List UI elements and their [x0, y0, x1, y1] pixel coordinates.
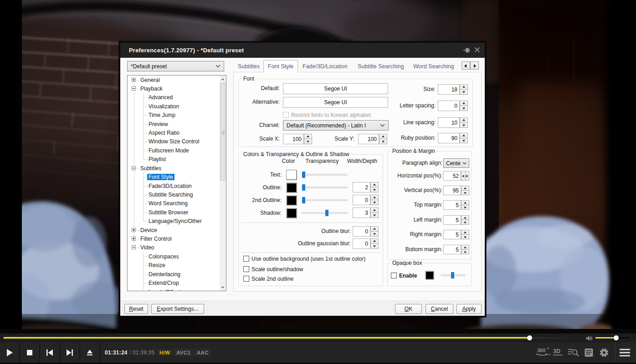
opaque-enable-checkbox[interactable]: Enable	[391, 272, 417, 279]
2nd-outline-width-input[interactable]: 0	[353, 195, 370, 205]
playlist-panel-icon[interactable]	[585, 349, 593, 357]
tree-scrollbar[interactable]	[220, 76, 226, 291]
tree-item-language-sync-other[interactable]: Language/Sync/Other	[149, 217, 202, 226]
restrict-korean-checkbox[interactable]: Restrict fonts to Korean alphabet	[283, 111, 371, 118]
ok-button[interactable]: OK	[395, 304, 422, 314]
outline-width-spinner[interactable]	[370, 182, 379, 192]
expand-icon[interactable]	[132, 228, 136, 232]
scale-x-spinner[interactable]	[304, 134, 312, 144]
scroll-up-button[interactable]	[220, 76, 226, 83]
outline-blur-spinner[interactable]	[370, 226, 379, 237]
scale-x-input[interactable]: 100	[283, 134, 304, 144]
preset-select[interactable]: *Default preset	[127, 61, 224, 71]
slider-thumb[interactable]	[325, 210, 328, 216]
next-button[interactable]	[60, 343, 79, 363]
scale-2nd-outline-checkbox[interactable]: Scale 2nd outline	[243, 275, 293, 282]
tree-item-advanced[interactable]: Advanced	[149, 93, 173, 102]
tree-item-subtitle-searching[interactable]: Subtitle Searching	[149, 191, 193, 199]
stop-button[interactable]	[20, 343, 39, 363]
tree-item-resize[interactable]: Resize	[149, 261, 165, 270]
menu-icon[interactable]	[620, 349, 630, 357]
horizontal-pos-input[interactable]: 52	[443, 171, 461, 181]
paragraph-align-select[interactable]: Cente	[443, 158, 469, 168]
dialog-titlebar[interactable]: Preferences(1.7.20977) - *Default preset	[120, 43, 485, 58]
collapse-icon[interactable]	[132, 86, 136, 91]
pin-icon[interactable]	[463, 47, 470, 53]
ruby-position-spinner[interactable]	[460, 133, 468, 143]
collapse-icon[interactable]	[132, 166, 136, 170]
seekbar[interactable]	[4, 337, 583, 339]
tab-subtitles[interactable]: Subtitles	[233, 61, 265, 72]
tree-item-subtitle-browser[interactable]: Subtitle Browser	[149, 208, 188, 217]
subtitle-search-icon[interactable]	[568, 347, 580, 358]
letter-spacing-input[interactable]: 0	[438, 101, 460, 111]
view-3d-icon[interactable]: 3D	[552, 347, 564, 358]
outline-transparency-slider[interactable]	[302, 182, 348, 192]
previous-button[interactable]	[40, 343, 59, 363]
volume-handle[interactable]	[614, 335, 619, 340]
volume-slider[interactable]	[595, 337, 630, 339]
collapse-icon[interactable]	[132, 245, 136, 249]
slider-thumb[interactable]	[302, 197, 305, 203]
export-settings-button[interactable]: Export Settings...	[151, 304, 204, 314]
outline-blur-input[interactable]: 0	[353, 226, 370, 237]
tree-item-window-size-control[interactable]: Window Size Control	[149, 137, 199, 146]
volume-icon[interactable]	[586, 335, 593, 341]
left-margin-input[interactable]: 5	[443, 215, 461, 225]
view-360-icon[interactable]: 360	[536, 347, 551, 359]
tree-item-fullscreen-mode[interactable]: Fullscreen Mode	[149, 147, 189, 155]
slider-thumb[interactable]	[302, 184, 305, 191]
size-input[interactable]: 18	[438, 84, 460, 95]
tab-fade-3d-location[interactable]: Fade/3D/Location	[297, 61, 353, 72]
top-margin-spinner[interactable]	[461, 200, 469, 210]
tree-item-extend-crop[interactable]: Extend/Crop	[149, 279, 179, 288]
left-margin-spinner[interactable]	[461, 215, 469, 225]
tree-item-playback[interactable]: Playback	[140, 85, 163, 93]
tree-item-general[interactable]: General	[140, 76, 160, 85]
tree-item-fade-3d-location[interactable]: Fade/3D/Location	[149, 182, 192, 191]
line-spacing-spinner[interactable]	[460, 117, 468, 128]
gaussian-blur-spinner[interactable]	[370, 238, 379, 249]
scale-outline-shadow-checkbox[interactable]: Scale outline/shadow	[243, 266, 303, 273]
tree-item-video[interactable]: Video	[140, 243, 154, 252]
play-button[interactable]	[0, 343, 19, 363]
2nd-outline-color-swatch[interactable]	[286, 195, 297, 205]
vertical-pos-input[interactable]: 95	[443, 186, 461, 195]
apply-button[interactable]: Apply	[456, 304, 482, 314]
tree-item-font-style[interactable]: Font Style	[149, 173, 174, 182]
bottom-margin-input[interactable]: 5	[443, 245, 461, 254]
tab-word-searching[interactable]: Word Searching	[408, 61, 459, 72]
bottom-margin-spinner[interactable]	[461, 245, 469, 254]
tree-item-playlist[interactable]: Playlist	[149, 155, 166, 164]
right-margin-input[interactable]: 5	[443, 230, 461, 239]
scroll-down-button[interactable]	[220, 283, 226, 291]
top-margin-input[interactable]: 5	[443, 200, 461, 210]
seekbar-handle[interactable]	[527, 335, 532, 340]
tree-item-preview[interactable]: Preview	[149, 120, 168, 129]
eject-button[interactable]	[80, 343, 99, 363]
scrollbar-thumb[interactable]	[220, 83, 226, 181]
audio-codec-badge[interactable]: AAC	[194, 349, 211, 356]
right-margin-spinner[interactable]	[461, 230, 469, 239]
tree-item-filter-control[interactable]: Filter Control	[140, 235, 172, 243]
hw-decoding-badge[interactable]: H/W	[157, 349, 173, 356]
tree-item-device[interactable]: Device	[140, 226, 157, 235]
horizontal-pos-spinner[interactable]	[461, 171, 469, 181]
outline-color-swatch[interactable]	[286, 182, 297, 192]
tree-item-word-searching[interactable]: Word Searching	[149, 199, 188, 208]
slider-thumb[interactable]	[451, 272, 454, 278]
tree-item-levels-offset[interactable]: Levels/Offset	[149, 288, 180, 291]
size-spinner[interactable]	[460, 84, 468, 95]
tree-item-time-jump[interactable]: Time Jump	[149, 111, 175, 120]
video-codec-badge[interactable]: AVC1	[174, 349, 193, 356]
reset-button[interactable]: Reset	[124, 304, 148, 314]
tree-item-colorspaces[interactable]: Colorspaces	[149, 253, 179, 261]
2nd-outline-transparency-slider[interactable]	[302, 195, 348, 205]
cancel-button[interactable]: Cancel	[426, 304, 453, 314]
gear-icon[interactable]	[600, 348, 609, 357]
opaque-slider[interactable]	[441, 271, 466, 279]
expand-icon[interactable]	[132, 78, 136, 82]
ruby-position-input[interactable]: 90	[438, 133, 460, 143]
use-outline-background-checkbox[interactable]: Use outline background (uses 1st outline…	[243, 255, 365, 262]
tree-item-aspect-ratio[interactable]: Aspect Ratio	[149, 129, 180, 137]
